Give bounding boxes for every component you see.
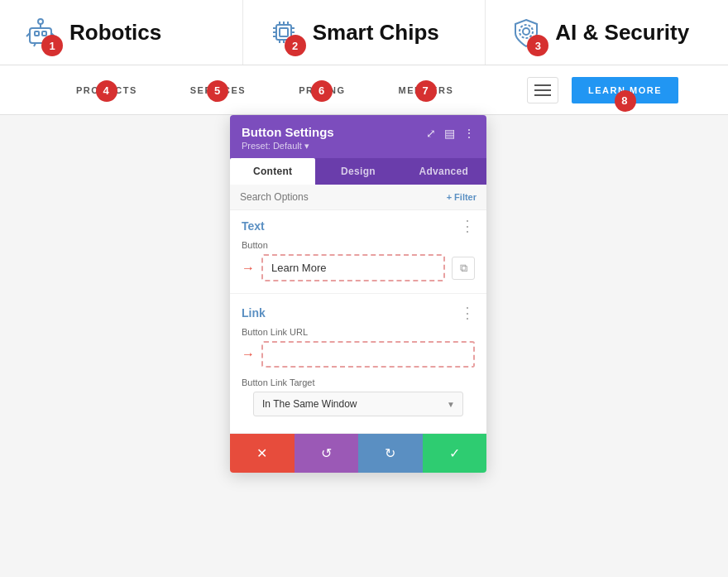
nav-card-security-title: AI & Security — [555, 20, 689, 46]
learn-more-button[interactable]: Learn More 8 — [572, 77, 678, 103]
nav-pricing[interactable]: Pricing 6 — [272, 85, 371, 95]
panel-header-icons: ⤢ ▤ ⋮ — [426, 127, 475, 140]
svg-point-4 — [38, 19, 43, 24]
nav-card-smartchips-title: Smart Chips — [313, 20, 439, 46]
link-target-select-wrapper: In The Same Window In A New Tab ▼ — [253, 392, 463, 416]
top-nav: Robotics 1 Smart Chips 2 AI & Security — [0, 0, 728, 65]
panel-tabs: Content Design Advanced — [230, 158, 486, 185]
link-target-select[interactable]: In The Same Window In A New Tab — [253, 392, 463, 416]
divider-1 — [230, 293, 486, 294]
secondary-nav: Products 4 Services 5 Pricing 6 Members … — [0, 65, 728, 115]
nav-card-robotics-title: Robotics — [69, 20, 161, 46]
panel-icon-more[interactable]: ⋮ — [463, 127, 475, 140]
badge-3: 3 — [527, 35, 548, 56]
panel-title: Button Settings — [242, 125, 334, 139]
badge-8: 8 — [615, 90, 636, 112]
panel-header: Button Settings Preset: Default ▾ ⤢ ▤ ⋮ — [230, 115, 486, 158]
button-text-field: Button → ⧉ — [230, 238, 486, 290]
button-settings-panel: Button Settings Preset: Default ▾ ⤢ ▤ ⋮ … — [230, 115, 486, 473]
nav-card-smartchips[interactable]: Smart Chips 2 — [243, 0, 486, 65]
panel-actions: ✕ ↺ ↻ ✓ — [230, 433, 486, 473]
redo-button[interactable]: ↻ — [358, 434, 423, 473]
nav-services[interactable]: Services 5 — [164, 85, 272, 95]
filter-button[interactable]: + Filter — [447, 192, 477, 202]
link-section-more[interactable]: ⋮ — [460, 305, 475, 320]
link-section-title: Link — [242, 306, 266, 320]
link-section-header: Link ⋮ — [230, 297, 486, 325]
main-area: D Button Settings Preset: Default ▾ ⤢ ▤ … — [0, 115, 728, 543]
button-text-label: Button — [242, 240, 475, 250]
nav-products[interactable]: Products 4 — [50, 85, 164, 95]
svg-rect-1 — [35, 31, 39, 36]
nav-right: Learn More 8 — [527, 77, 678, 103]
badge-5: 5 — [207, 80, 228, 102]
badge-1: 1 — [41, 35, 63, 56]
button-text-row: → ⧉ — [242, 254, 475, 281]
hamburger-button[interactable] — [527, 77, 558, 103]
badge-7: 7 — [415, 80, 437, 102]
link-url-field: Button Link URL → — [230, 325, 486, 376]
tab-content[interactable]: Content — [230, 158, 315, 185]
nav-card-security[interactable]: AI & Security 3 — [486, 0, 728, 65]
copy-icon-text[interactable]: ⧉ — [452, 257, 475, 280]
text-section-more[interactable]: ⋮ — [460, 219, 475, 233]
cancel-button[interactable]: ✕ — [230, 434, 295, 473]
link-url-label: Button Link URL — [242, 327, 475, 337]
svg-point-23 — [523, 28, 529, 35]
link-url-row: → — [242, 341, 475, 368]
nav-members[interactable]: Members 7 — [372, 85, 481, 95]
badge-2: 2 — [285, 35, 306, 56]
search-input[interactable] — [240, 191, 447, 203]
nav-card-robotics[interactable]: Robotics 1 — [0, 0, 243, 65]
link-target-field: Button Link Target In The Same Window In… — [230, 376, 486, 433]
arrow-icon-text: → — [242, 261, 255, 276]
panel-preset: Preset: Default ▾ — [242, 141, 334, 151]
arrow-icon-url: → — [242, 347, 255, 362]
badge-6: 6 — [311, 80, 333, 102]
undo-button[interactable]: ↺ — [295, 434, 359, 473]
svg-rect-2 — [42, 31, 46, 36]
link-target-label: Button Link Target — [242, 377, 475, 387]
link-url-input[interactable] — [261, 341, 475, 368]
button-text-input[interactable] — [261, 254, 445, 281]
tab-design[interactable]: Design — [315, 158, 400, 185]
text-section-header: Text ⋮ — [230, 210, 486, 238]
tab-advanced[interactable]: Advanced — [401, 158, 486, 185]
panel-icon-expand[interactable]: ⤢ — [426, 127, 436, 140]
confirm-button[interactable]: ✓ — [423, 434, 487, 473]
panel-search-row: + Filter — [230, 185, 486, 210]
badge-4: 4 — [96, 80, 117, 102]
text-section-title: Text — [242, 219, 265, 233]
panel-icon-collapse[interactable]: ▤ — [444, 127, 455, 140]
panel-header-text: Button Settings Preset: Default ▾ — [242, 125, 334, 151]
svg-rect-10 — [280, 28, 288, 36]
